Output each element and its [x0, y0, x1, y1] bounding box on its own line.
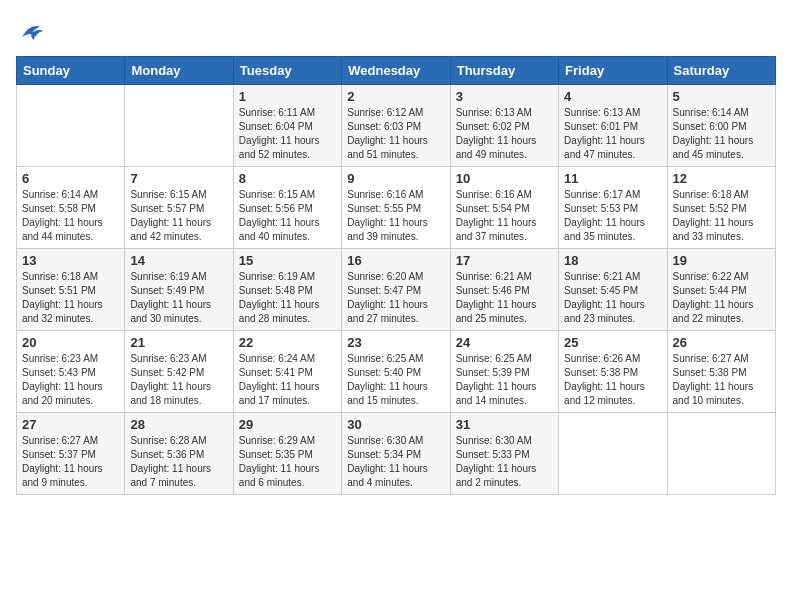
day-number: 16	[347, 253, 444, 268]
day-detail: Sunrise: 6:20 AMSunset: 5:47 PMDaylight:…	[347, 270, 444, 326]
day-number: 22	[239, 335, 336, 350]
day-number: 18	[564, 253, 661, 268]
day-detail: Sunrise: 6:25 AMSunset: 5:40 PMDaylight:…	[347, 352, 444, 408]
day-number: 15	[239, 253, 336, 268]
weekday-header-sunday: Sunday	[17, 57, 125, 85]
calendar-cell: 26 Sunrise: 6:27 AMSunset: 5:38 PMDaylig…	[667, 331, 775, 413]
day-number: 29	[239, 417, 336, 432]
day-detail: Sunrise: 6:23 AMSunset: 5:42 PMDaylight:…	[130, 352, 227, 408]
weekday-header-thursday: Thursday	[450, 57, 558, 85]
calendar-cell: 30 Sunrise: 6:30 AMSunset: 5:34 PMDaylig…	[342, 413, 450, 495]
weekday-header-tuesday: Tuesday	[233, 57, 341, 85]
day-number: 31	[456, 417, 553, 432]
day-detail: Sunrise: 6:15 AMSunset: 5:57 PMDaylight:…	[130, 188, 227, 244]
day-detail: Sunrise: 6:16 AMSunset: 5:55 PMDaylight:…	[347, 188, 444, 244]
calendar-week-row: 1 Sunrise: 6:11 AMSunset: 6:04 PMDayligh…	[17, 85, 776, 167]
day-number: 26	[673, 335, 770, 350]
calendar-cell: 28 Sunrise: 6:28 AMSunset: 5:36 PMDaylig…	[125, 413, 233, 495]
calendar-cell: 12 Sunrise: 6:18 AMSunset: 5:52 PMDaylig…	[667, 167, 775, 249]
day-detail: Sunrise: 6:26 AMSunset: 5:38 PMDaylight:…	[564, 352, 661, 408]
calendar-cell: 24 Sunrise: 6:25 AMSunset: 5:39 PMDaylig…	[450, 331, 558, 413]
day-number: 8	[239, 171, 336, 186]
calendar-cell: 22 Sunrise: 6:24 AMSunset: 5:41 PMDaylig…	[233, 331, 341, 413]
day-number: 23	[347, 335, 444, 350]
day-number: 13	[22, 253, 119, 268]
day-detail: Sunrise: 6:17 AMSunset: 5:53 PMDaylight:…	[564, 188, 661, 244]
day-number: 3	[456, 89, 553, 104]
day-detail: Sunrise: 6:24 AMSunset: 5:41 PMDaylight:…	[239, 352, 336, 408]
calendar-week-row: 27 Sunrise: 6:27 AMSunset: 5:37 PMDaylig…	[17, 413, 776, 495]
day-detail: Sunrise: 6:14 AMSunset: 5:58 PMDaylight:…	[22, 188, 119, 244]
logo-icon	[16, 16, 46, 46]
day-number: 14	[130, 253, 227, 268]
calendar-week-row: 13 Sunrise: 6:18 AMSunset: 5:51 PMDaylig…	[17, 249, 776, 331]
day-detail: Sunrise: 6:25 AMSunset: 5:39 PMDaylight:…	[456, 352, 553, 408]
calendar-cell: 5 Sunrise: 6:14 AMSunset: 6:00 PMDayligh…	[667, 85, 775, 167]
weekday-header-saturday: Saturday	[667, 57, 775, 85]
calendar-cell: 6 Sunrise: 6:14 AMSunset: 5:58 PMDayligh…	[17, 167, 125, 249]
day-number: 5	[673, 89, 770, 104]
day-detail: Sunrise: 6:23 AMSunset: 5:43 PMDaylight:…	[22, 352, 119, 408]
day-detail: Sunrise: 6:15 AMSunset: 5:56 PMDaylight:…	[239, 188, 336, 244]
calendar-cell: 14 Sunrise: 6:19 AMSunset: 5:49 PMDaylig…	[125, 249, 233, 331]
calendar-cell	[559, 413, 667, 495]
calendar-cell: 19 Sunrise: 6:22 AMSunset: 5:44 PMDaylig…	[667, 249, 775, 331]
day-detail: Sunrise: 6:21 AMSunset: 5:45 PMDaylight:…	[564, 270, 661, 326]
calendar-cell: 23 Sunrise: 6:25 AMSunset: 5:40 PMDaylig…	[342, 331, 450, 413]
page-header	[16, 16, 776, 46]
weekday-header-row: SundayMondayTuesdayWednesdayThursdayFrid…	[17, 57, 776, 85]
calendar-cell: 11 Sunrise: 6:17 AMSunset: 5:53 PMDaylig…	[559, 167, 667, 249]
day-number: 17	[456, 253, 553, 268]
day-number: 24	[456, 335, 553, 350]
calendar-cell: 4 Sunrise: 6:13 AMSunset: 6:01 PMDayligh…	[559, 85, 667, 167]
day-detail: Sunrise: 6:22 AMSunset: 5:44 PMDaylight:…	[673, 270, 770, 326]
weekday-header-monday: Monday	[125, 57, 233, 85]
day-number: 12	[673, 171, 770, 186]
day-detail: Sunrise: 6:27 AMSunset: 5:38 PMDaylight:…	[673, 352, 770, 408]
day-number: 7	[130, 171, 227, 186]
day-detail: Sunrise: 6:18 AMSunset: 5:51 PMDaylight:…	[22, 270, 119, 326]
calendar-cell: 27 Sunrise: 6:27 AMSunset: 5:37 PMDaylig…	[17, 413, 125, 495]
calendar-cell: 13 Sunrise: 6:18 AMSunset: 5:51 PMDaylig…	[17, 249, 125, 331]
calendar-cell: 16 Sunrise: 6:20 AMSunset: 5:47 PMDaylig…	[342, 249, 450, 331]
calendar-cell: 20 Sunrise: 6:23 AMSunset: 5:43 PMDaylig…	[17, 331, 125, 413]
calendar-cell: 15 Sunrise: 6:19 AMSunset: 5:48 PMDaylig…	[233, 249, 341, 331]
calendar-cell	[17, 85, 125, 167]
day-number: 11	[564, 171, 661, 186]
calendar-week-row: 6 Sunrise: 6:14 AMSunset: 5:58 PMDayligh…	[17, 167, 776, 249]
day-detail: Sunrise: 6:28 AMSunset: 5:36 PMDaylight:…	[130, 434, 227, 490]
day-detail: Sunrise: 6:13 AMSunset: 6:02 PMDaylight:…	[456, 106, 553, 162]
day-number: 25	[564, 335, 661, 350]
day-detail: Sunrise: 6:14 AMSunset: 6:00 PMDaylight:…	[673, 106, 770, 162]
calendar-cell: 1 Sunrise: 6:11 AMSunset: 6:04 PMDayligh…	[233, 85, 341, 167]
day-detail: Sunrise: 6:21 AMSunset: 5:46 PMDaylight:…	[456, 270, 553, 326]
day-detail: Sunrise: 6:11 AMSunset: 6:04 PMDaylight:…	[239, 106, 336, 162]
calendar-cell: 29 Sunrise: 6:29 AMSunset: 5:35 PMDaylig…	[233, 413, 341, 495]
calendar-cell: 8 Sunrise: 6:15 AMSunset: 5:56 PMDayligh…	[233, 167, 341, 249]
day-detail: Sunrise: 6:16 AMSunset: 5:54 PMDaylight:…	[456, 188, 553, 244]
calendar-cell: 3 Sunrise: 6:13 AMSunset: 6:02 PMDayligh…	[450, 85, 558, 167]
day-detail: Sunrise: 6:27 AMSunset: 5:37 PMDaylight:…	[22, 434, 119, 490]
calendar-table: SundayMondayTuesdayWednesdayThursdayFrid…	[16, 56, 776, 495]
calendar-cell: 25 Sunrise: 6:26 AMSunset: 5:38 PMDaylig…	[559, 331, 667, 413]
day-detail: Sunrise: 6:29 AMSunset: 5:35 PMDaylight:…	[239, 434, 336, 490]
day-number: 21	[130, 335, 227, 350]
day-number: 6	[22, 171, 119, 186]
day-number: 28	[130, 417, 227, 432]
calendar-cell: 9 Sunrise: 6:16 AMSunset: 5:55 PMDayligh…	[342, 167, 450, 249]
day-number: 1	[239, 89, 336, 104]
day-detail: Sunrise: 6:30 AMSunset: 5:33 PMDaylight:…	[456, 434, 553, 490]
day-number: 9	[347, 171, 444, 186]
day-detail: Sunrise: 6:13 AMSunset: 6:01 PMDaylight:…	[564, 106, 661, 162]
day-number: 19	[673, 253, 770, 268]
day-detail: Sunrise: 6:19 AMSunset: 5:48 PMDaylight:…	[239, 270, 336, 326]
calendar-cell	[125, 85, 233, 167]
day-number: 20	[22, 335, 119, 350]
day-detail: Sunrise: 6:18 AMSunset: 5:52 PMDaylight:…	[673, 188, 770, 244]
day-number: 27	[22, 417, 119, 432]
calendar-cell: 7 Sunrise: 6:15 AMSunset: 5:57 PMDayligh…	[125, 167, 233, 249]
day-detail: Sunrise: 6:19 AMSunset: 5:49 PMDaylight:…	[130, 270, 227, 326]
calendar-cell: 2 Sunrise: 6:12 AMSunset: 6:03 PMDayligh…	[342, 85, 450, 167]
day-detail: Sunrise: 6:30 AMSunset: 5:34 PMDaylight:…	[347, 434, 444, 490]
weekday-header-friday: Friday	[559, 57, 667, 85]
